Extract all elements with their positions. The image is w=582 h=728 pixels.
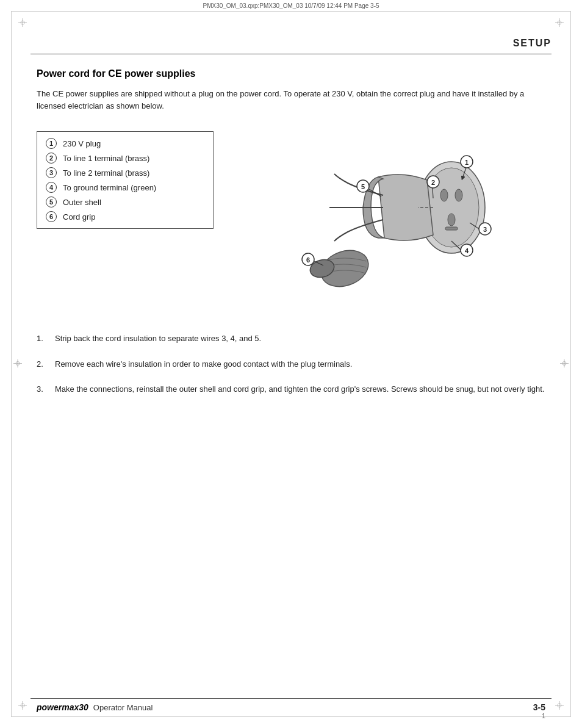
reg-mark-left [13, 359, 22, 369]
header-rule [31, 54, 551, 54]
legend-num-4: 4 [46, 182, 57, 193]
legend-label-6: Cord grip [63, 212, 95, 222]
svg-text:5: 5 [361, 183, 365, 190]
legend-item-6: 6 Cord grip [46, 211, 204, 222]
reg-mark-top-left [18, 18, 27, 27]
legend-num-5: 5 [46, 196, 57, 207]
plug-diagram: 1 2 3 4 5 6 [232, 128, 525, 305]
svg-point-20 [440, 189, 448, 201]
instruction-text-3: Make the connections, reinstall the oute… [55, 383, 545, 395]
svg-text:2: 2 [431, 179, 435, 186]
diagram-area: 1 2 3 4 5 6 [232, 128, 548, 305]
legend-item-3: 3 To line 2 terminal (brass) [46, 167, 204, 178]
legend-item-1: 1 230 V plug [46, 138, 204, 149]
legend-label-4: To ground terminal (green) [63, 183, 156, 192]
svg-point-21 [455, 189, 462, 201]
instruction-num-3: 3. [37, 383, 55, 395]
svg-text:1: 1 [465, 159, 469, 166]
instruction-1: 1. Strip back the cord insulation to sep… [37, 333, 545, 345]
svg-text:6: 6 [306, 256, 310, 264]
intro-paragraph: The CE power supplies are shipped withou… [37, 88, 545, 112]
footer-rule [31, 698, 551, 699]
instruction-num-1: 1. [37, 333, 55, 345]
instruction-2: 2. Remove each wire's insulation in orde… [37, 358, 545, 370]
legend-label-1: 230 V plug [63, 139, 101, 148]
svg-text:3: 3 [483, 226, 487, 233]
reg-mark-right [560, 359, 569, 369]
legend-label-3: To line 2 terminal (brass) [63, 168, 149, 178]
legend-item-2: 2 To line 1 terminal (brass) [46, 153, 204, 164]
legend-num-1: 1 [46, 138, 57, 149]
legend-label-5: Outer shell [63, 198, 101, 207]
svg-text:4: 4 [465, 247, 469, 254]
brand-name: powermax30 [37, 702, 88, 712]
legend-num-2: 2 [46, 153, 57, 164]
section-title: SETUP [513, 38, 551, 49]
legend-item-4: 4 To ground terminal (green) [46, 182, 204, 193]
svg-rect-23 [445, 227, 458, 230]
manual-label: Operator Manual [93, 703, 153, 712]
reg-mark-bottom-right [555, 701, 564, 710]
section-heading: Power cord for CE power supplies [37, 68, 196, 79]
legend-num-6: 6 [46, 211, 57, 222]
file-info: PMX30_OM_03.qxp:PMX30_OM_03 10/7/09 12:4… [203, 2, 379, 9]
legend-box: 1 230 V plug 2 To line 1 terminal (brass… [37, 131, 214, 229]
instruction-text-1: Strip back the cord insulation to separa… [55, 333, 545, 345]
reg-mark-top-right [555, 18, 564, 27]
legend-item-5: 5 Outer shell [46, 196, 204, 207]
instruction-text-2: Remove each wire's insulation in order t… [55, 358, 545, 370]
svg-point-22 [448, 214, 455, 226]
reg-mark-bottom-left [18, 701, 27, 710]
page-number: 3-5 [533, 702, 545, 712]
legend-label-2: To line 1 terminal (brass) [63, 154, 149, 163]
instructions-section: 1. Strip back the cord insulation to sep… [37, 333, 545, 409]
legend-num-3: 3 [46, 167, 57, 178]
instruction-num-2: 2. [37, 358, 55, 370]
instruction-3: 3. Make the connections, reinstall the o… [37, 383, 545, 395]
footer-left: powermax30 Operator Manual [37, 702, 153, 712]
page-number-small: 1 [542, 712, 545, 719]
